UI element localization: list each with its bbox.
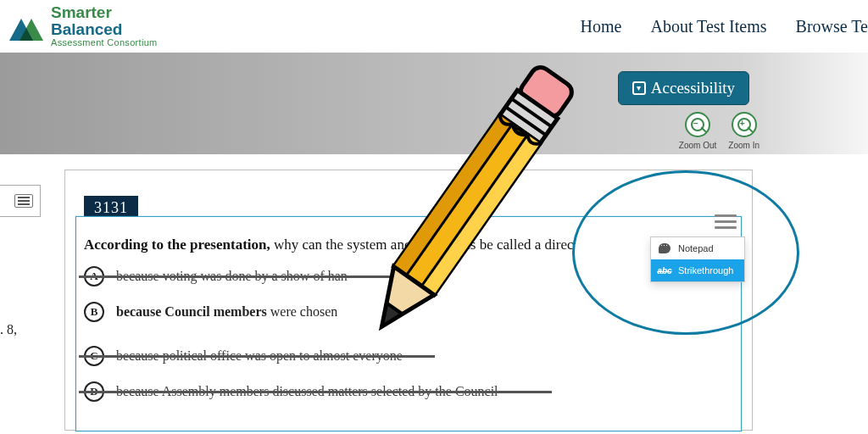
- brand-line1: Smarter: [51, 4, 158, 21]
- strikethrough-icon: abc: [658, 264, 671, 276]
- left-partial-panel: [0, 185, 41, 217]
- nav-browse[interactable]: Browse Te: [796, 17, 868, 36]
- accessibility-label: Accessibility: [651, 79, 735, 97]
- choice-c[interactable]: C because political office was open to a…: [84, 342, 677, 370]
- toolbar-band: Accessibility − Zoom Out + Zoom In: [0, 53, 868, 154]
- menu-notepad-label: Notepad: [678, 243, 714, 253]
- brand-logo[interactable]: Smarter Balanced Assessment Consortium: [7, 4, 158, 47]
- choice-letter: B: [84, 302, 104, 322]
- brand-text: Smarter Balanced Assessment Consortium: [51, 4, 158, 47]
- nav-home[interactable]: Home: [581, 17, 622, 36]
- zoom-in-button[interactable]: + Zoom In: [728, 112, 760, 150]
- dropdown-box-icon: [632, 81, 646, 95]
- question-stem: According to the presentation, why can t…: [84, 236, 728, 253]
- choice-a[interactable]: A because voting was done by a show of h…: [84, 262, 677, 291]
- context-menu: Notepad abc Strikethrough: [650, 236, 745, 282]
- top-nav: Smarter Balanced Assessment Consortium H…: [0, 0, 868, 53]
- zoom-out-label: Zoom Out: [679, 141, 716, 150]
- menu-strikethrough-label: Strikethrough: [678, 265, 733, 275]
- stem-rest: why can the system ancient Athens be cal…: [270, 236, 574, 253]
- logo-mark-icon: [7, 7, 46, 46]
- item-menu-button[interactable]: [715, 214, 737, 229]
- left-text-fragment: . 8,: [0, 322, 17, 337]
- speech-bubble-icon: [658, 242, 671, 254]
- content-area: . 8, 3131 According to the presentation,…: [0, 154, 868, 434]
- zoom-controls: − Zoom Out + Zoom In: [679, 112, 760, 150]
- primary-nav: Home About Test Items Browse Te: [581, 17, 868, 36]
- magnifier-plus-icon: +: [732, 112, 757, 137]
- strikethrough-line: [79, 391, 552, 393]
- choice-text: because Council members were chosen: [116, 304, 337, 320]
- strikethrough-line: [79, 275, 413, 278]
- hamburger-icon[interactable]: [14, 194, 33, 208]
- strikethrough-line: [79, 355, 435, 358]
- brand-line2: Balanced: [51, 21, 158, 38]
- choice-b[interactable]: B because Council members were chosen: [84, 298, 677, 326]
- menu-notepad[interactable]: Notepad: [651, 237, 744, 259]
- question-panel: 3131 According to the presentation, why …: [64, 170, 753, 431]
- zoom-in-label: Zoom In: [728, 141, 760, 150]
- choice-d[interactable]: D because Assembly members discussed mat…: [84, 377, 677, 406]
- answer-choices: A because voting was done by a show of h…: [84, 262, 677, 406]
- zoom-out-button[interactable]: − Zoom Out: [679, 112, 716, 150]
- magnifier-minus-icon: −: [685, 112, 710, 137]
- nav-about-items[interactable]: About Test Items: [650, 17, 766, 36]
- stem-bold: According to the presentation,: [84, 236, 270, 253]
- accessibility-button[interactable]: Accessibility: [618, 71, 749, 105]
- menu-strikethrough[interactable]: abc Strikethrough: [651, 259, 744, 281]
- brand-line3: Assessment Consortium: [51, 38, 158, 48]
